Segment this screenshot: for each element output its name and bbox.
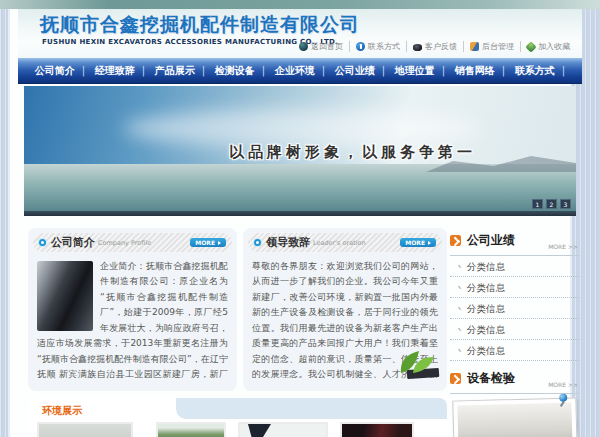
banner-pagination: 1 2 3 xyxy=(529,199,571,209)
company-profile-body: 企业简介：抚顺市合鑫挖掘机配件制造有限公司：原企业名为“抚顺市合鑫挖掘机配件制造… xyxy=(28,252,237,384)
list-bullet: 丶 xyxy=(456,347,464,356)
environment-thumbnail[interactable] xyxy=(340,422,414,437)
performance-list-item[interactable]: 丶分类信息 xyxy=(450,319,580,340)
list-bullet: 丶 xyxy=(456,305,464,314)
nav-separator: | xyxy=(142,65,145,76)
nav-separator: | xyxy=(562,65,565,76)
favorite-icon xyxy=(525,41,536,52)
pager-3[interactable]: 3 xyxy=(560,199,571,209)
inspection-more-link[interactable]: MORE >> xyxy=(548,381,578,388)
performance-more-link[interactable]: MORE >> xyxy=(548,243,578,250)
environment-header-band xyxy=(176,398,447,419)
contact-info-icon xyxy=(356,42,365,51)
banner-bottom-edge xyxy=(24,211,576,216)
link-feedback-label: 客户反馈 xyxy=(425,41,457,52)
environment-thumbnail[interactable] xyxy=(156,422,226,437)
leader-oration-body: 尊敬的各界朋友：欢迎浏览我们公司的网站，从而进一步了解我们的企业。我公司今年又重… xyxy=(243,252,447,384)
nav-item-company-profile[interactable]: 公司简介| xyxy=(35,64,85,78)
company-profile-panel: 公司简介 Company Profile MORE 企业简介：抚顺市合鑫挖掘机配… xyxy=(28,228,237,391)
link-admin-label: 后台管理 xyxy=(482,41,514,52)
nav-item-environment[interactable]: 企业环境| xyxy=(275,64,325,78)
more-arrow-icon xyxy=(218,241,221,245)
nav-separator: | xyxy=(202,65,205,76)
ring-bullet-icon xyxy=(39,239,46,246)
main-nav: 公司简介| 经理致辞| 产品展示| 检测设备| 企业环境| 公司业绩| 地理位置… xyxy=(18,58,582,84)
site-header: 抚顺市合鑫挖掘机配件制造有限公司 FUSHUN HEXIN EXCAVATORS… xyxy=(18,9,582,58)
more-arrow-icon xyxy=(428,241,431,245)
performance-list-item[interactable]: 丶分类信息 xyxy=(450,340,580,361)
pager-1[interactable]: 1 xyxy=(532,199,543,209)
nav-separator: | xyxy=(82,65,85,76)
link-feedback[interactable]: 客户反馈 xyxy=(407,41,464,52)
performance-list-item[interactable]: 丶分类信息 xyxy=(450,256,580,277)
company-profile-header: 公司简介 Company Profile MORE xyxy=(33,233,232,252)
performance-list: 丶分类信息 丶分类信息 丶分类信息 丶分类信息 丶分类信息 xyxy=(450,256,580,361)
feedback-icon xyxy=(413,44,422,51)
banner-slogan: 以品牌树形象，以服务争第一 xyxy=(229,143,476,162)
environment-tab[interactable]: 环境展示 xyxy=(28,398,176,423)
leader-oration-subtitle: Leader's oration xyxy=(313,239,366,247)
nav-separator: | xyxy=(322,65,325,76)
orange-bullet-icon xyxy=(450,373,461,384)
link-favorite-label: 加入收藏 xyxy=(538,41,570,52)
leader-oration-title: 领导致辞 xyxy=(266,235,310,250)
ring-bullet-icon xyxy=(254,239,261,246)
link-home-label: 返回首页 xyxy=(311,41,343,52)
link-contact-label: 联系方式 xyxy=(368,41,400,52)
nav-item-performance[interactable]: 公司业绩| xyxy=(335,64,385,78)
nav-item-location[interactable]: 地理位置| xyxy=(395,64,445,78)
link-home[interactable]: 返回首页 xyxy=(293,41,350,52)
hero-banner: 以品牌树形象，以服务争第一 1 2 3 xyxy=(24,86,576,216)
inspection-section-header: 设备检验 MORE >> xyxy=(450,370,580,394)
environment-panel: 环境展示 xyxy=(28,398,447,437)
leader-oration-more-button[interactable]: MORE xyxy=(400,238,436,247)
inspection-title: 设备检验 xyxy=(467,370,515,387)
inspection-photo[interactable] xyxy=(452,397,577,437)
utility-links: 返回首页 联系方式 客户反馈 后台管理 加入收藏 xyxy=(293,41,576,52)
sail-shape xyxy=(248,424,271,437)
company-profile-more-button[interactable]: MORE xyxy=(190,238,226,247)
nav-item-testing-equipment[interactable]: 检测设备| xyxy=(215,64,265,78)
list-bullet: 丶 xyxy=(456,284,464,293)
company-name-cn: 抚顺市合鑫挖掘机配件制造有限公司 xyxy=(40,12,360,38)
company-profile-subtitle: Company Profile xyxy=(98,239,151,247)
admin-users-icon xyxy=(470,42,479,51)
performance-list-item[interactable]: 丶分类信息 xyxy=(450,277,580,298)
leaf-decoration-icon xyxy=(391,344,441,380)
leader-oration-header: 领导致辞 Leader's oration MORE xyxy=(248,233,442,252)
list-bullet: 丶 xyxy=(456,326,464,335)
site-container: 抚顺市合鑫挖掘机配件制造有限公司 FUSHUN HEXIN EXCAVATORS… xyxy=(8,0,572,437)
nav-separator: | xyxy=(442,65,445,76)
nav-item-contact[interactable]: 联系方式| xyxy=(515,64,565,78)
orange-bullet-icon xyxy=(450,235,461,246)
nav-separator: | xyxy=(382,65,385,76)
performance-title: 公司业绩 xyxy=(467,232,515,249)
nav-separator: | xyxy=(502,65,505,76)
environment-thumbnail[interactable] xyxy=(238,422,328,437)
performance-section-header: 公司业绩 MORE >> xyxy=(450,232,580,256)
nav-item-products[interactable]: 产品展示| xyxy=(155,64,205,78)
nav-separator: | xyxy=(262,65,265,76)
environment-thumbnail[interactable] xyxy=(37,422,133,437)
factory-photo xyxy=(37,261,93,331)
nav-item-sales-network[interactable]: 销售网络| xyxy=(455,64,505,78)
list-bullet: 丶 xyxy=(456,263,464,272)
leader-oration-panel: 领导致辞 Leader's oration MORE 尊敬的各界朋友：欢迎浏览我… xyxy=(243,228,447,391)
inspection-photo-image xyxy=(457,403,572,437)
pushpin-icon xyxy=(557,394,567,406)
link-admin[interactable]: 后台管理 xyxy=(464,41,521,52)
link-contact[interactable]: 联系方式 xyxy=(350,41,407,52)
page: 抚顺市合鑫挖掘机配件制造有限公司 FUSHUN HEXIN EXCAVATORS… xyxy=(0,0,600,437)
link-favorite[interactable]: 加入收藏 xyxy=(521,41,576,52)
nav-item-manager-speech[interactable]: 经理致辞| xyxy=(95,64,145,78)
performance-list-item[interactable]: 丶分类信息 xyxy=(450,298,580,319)
home-globe-icon xyxy=(299,42,308,51)
top-teal-strip xyxy=(0,0,600,9)
pager-2[interactable]: 2 xyxy=(546,199,557,209)
company-profile-title: 公司简介 xyxy=(51,235,95,250)
